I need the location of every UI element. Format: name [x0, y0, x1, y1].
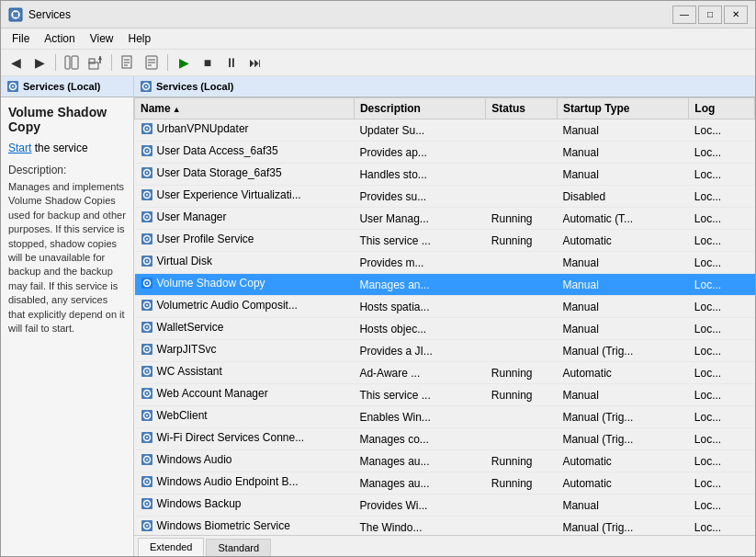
menu-file[interactable]: File	[5, 30, 37, 47]
service-startup-cell: Manual	[557, 252, 688, 274]
svg-point-76	[146, 481, 148, 483]
close-button[interactable]: ✕	[724, 6, 748, 24]
svg-point-46	[146, 260, 148, 262]
service-status-cell: Running	[486, 450, 558, 472]
table-row[interactable]: Web Account ManagerThis service ...Runni…	[135, 384, 755, 406]
minimize-button[interactable]: —	[672, 6, 696, 24]
service-name: User Data Access_6af35	[157, 144, 278, 157]
service-name-cell: Wi-Fi Direct Services Conne...	[135, 428, 355, 450]
service-name-cell: WalletService	[135, 318, 355, 340]
service-name-cell: User Manager	[135, 208, 355, 230]
table-row[interactable]: Wi-Fi Direct Services Conne...Manages co…	[135, 428, 755, 450]
table-row[interactable]: Windows Audio Endpoint B...Manages au...…	[135, 472, 755, 494]
service-logon-cell: Loc...	[689, 230, 755, 252]
service-status-cell: Running	[486, 472, 558, 494]
service-startup-cell: Disabled	[557, 186, 688, 208]
col-header-description[interactable]: Description	[354, 98, 485, 119]
back-button[interactable]: ◀	[5, 52, 27, 73]
resume-service-button[interactable]: ⏭	[244, 52, 266, 73]
services-list: UrbanVPNUpdaterUpdater Su...ManualLoc...…	[135, 119, 755, 536]
service-row-icon	[141, 299, 153, 312]
service-row-icon	[141, 475, 153, 488]
service-logon-cell: Loc...	[689, 340, 755, 362]
service-startup-cell: Manual (Trig...	[557, 406, 688, 428]
service-row-icon	[141, 122, 153, 135]
right-panel: Services (Local) Name▲ Description Statu…	[134, 76, 755, 556]
service-status-cell	[486, 274, 558, 296]
pause-service-button[interactable]: ⏸	[220, 52, 243, 73]
table-row[interactable]: Windows BackupProvides Wi...ManualLoc...	[135, 494, 755, 517]
col-header-logon[interactable]: Log	[689, 98, 755, 119]
maximize-button[interactable]: □	[698, 6, 722, 24]
service-status-cell	[486, 517, 558, 536]
table-row[interactable]: User Data Storage_6af35Handles sto...Man…	[135, 164, 755, 186]
menu-action[interactable]: Action	[37, 30, 82, 47]
service-startup-cell: Automatic	[557, 230, 688, 252]
service-row-icon	[141, 519, 153, 532]
svg-point-58	[146, 348, 148, 350]
service-status-cell: Running	[486, 362, 558, 384]
table-row[interactable]: WC AssistantAd-Aware ...RunningAutomatic…	[135, 362, 755, 384]
service-description-cell: User Manag...	[354, 208, 485, 230]
service-row-icon	[141, 343, 153, 356]
menu-help[interactable]: Help	[121, 30, 159, 47]
service-name: User Experience Virtualizati...	[157, 188, 301, 201]
service-logon-cell: Loc...	[689, 406, 755, 428]
services-icon	[6, 80, 19, 93]
svg-point-43	[146, 238, 148, 240]
svg-point-31	[146, 150, 148, 152]
stop-service-button[interactable]: ■	[197, 52, 219, 73]
table-row[interactable]: Windows Biometric ServiceThe Windo...Man…	[135, 517, 755, 536]
uplevel-button[interactable]	[85, 52, 107, 73]
service-row-icon	[141, 277, 153, 290]
service-status-cell: Running	[486, 208, 558, 230]
service-row-icon	[141, 166, 153, 179]
service-name: UrbanVPNUpdater	[157, 122, 249, 135]
start-service-button[interactable]: ▶	[173, 52, 195, 73]
service-name: Windows Audio Endpoint B...	[157, 475, 299, 488]
table-row[interactable]: WalletServiceHosts objec...ManualLoc...	[135, 318, 755, 340]
table-row[interactable]: WarpJITSvcProvides a JI...Manual (Trig..…	[135, 340, 755, 362]
toolbar-sep-2	[111, 54, 112, 71]
service-row-icon	[141, 233, 153, 245]
tab-standard[interactable]: Standard	[206, 539, 271, 556]
forward-button[interactable]: ▶	[28, 52, 51, 73]
col-header-name[interactable]: Name▲	[135, 98, 355, 119]
window-controls: — □ ✕	[672, 6, 748, 24]
table-row[interactable]: Volume Shadow CopyManages an...ManualLoc…	[135, 274, 755, 296]
service-status-cell	[486, 318, 558, 340]
service-description-cell: This service ...	[354, 384, 485, 406]
service-name-cell: UrbanVPNUpdater	[135, 119, 355, 142]
service-description-cell: Provides Wi...	[354, 494, 485, 517]
service-description-cell: The Windo...	[354, 517, 485, 536]
show-hide-button[interactable]	[61, 52, 83, 73]
menu-view[interactable]: View	[83, 30, 121, 47]
table-row[interactable]: WebClientEnables Win...Manual (Trig...Lo…	[135, 406, 755, 428]
export-list-button[interactable]	[117, 52, 139, 73]
start-service-link[interactable]: Start	[8, 142, 31, 154]
svg-point-55	[146, 326, 148, 328]
svg-point-70	[146, 437, 148, 438]
table-row[interactable]: Volumetric Audio Composit...Hosts spatia…	[135, 296, 755, 318]
table-row[interactable]: User Data Access_6af35Provides ap...Manu…	[135, 142, 755, 164]
tab-extended[interactable]: Extended	[138, 538, 204, 556]
table-row[interactable]: UrbanVPNUpdaterUpdater Su...ManualLoc...	[135, 119, 755, 142]
table-row[interactable]: Virtual DiskProvides m...ManualLoc...	[135, 252, 755, 274]
table-row[interactable]: User Experience Virtualizati...Provides …	[135, 186, 755, 208]
table-row[interactable]: User Profile ServiceThis service ...Runn…	[135, 230, 755, 252]
svg-rect-6	[65, 56, 70, 69]
services-table-container[interactable]: Name▲ Description Status Startup Type Lo…	[134, 97, 755, 535]
service-status-cell	[486, 494, 558, 517]
toolbar-sep-1	[55, 54, 56, 71]
properties-button[interactable]	[141, 52, 163, 73]
table-row[interactable]: Windows AudioManages au...RunningAutomat…	[135, 450, 755, 472]
service-logon-cell: Loc...	[689, 119, 755, 142]
service-logon-cell: Loc...	[689, 252, 755, 274]
service-name-cell: User Data Storage_6af35	[135, 164, 355, 186]
service-startup-cell: Manual	[557, 274, 688, 296]
col-header-startup[interactable]: Startup Type	[557, 98, 688, 119]
col-header-status[interactable]: Status	[486, 98, 558, 119]
table-row[interactable]: User ManagerUser Manag...RunningAutomati…	[135, 208, 755, 230]
service-description-cell: Provides ap...	[354, 142, 485, 164]
svg-point-34	[146, 172, 148, 174]
